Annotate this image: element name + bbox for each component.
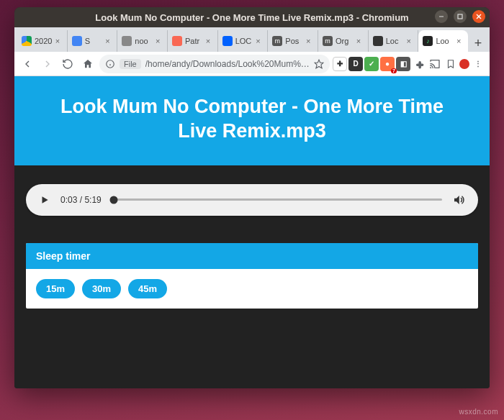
sleep-timer-card: Sleep timer 15m 30m 45m: [26, 243, 478, 309]
sleep-timer-15m[interactable]: 15m: [36, 279, 75, 298]
extension-icon[interactable]: D: [348, 57, 363, 71]
favicon-icon: m: [272, 36, 282, 46]
chromium-window: Look Mum No Computer - One More Time Liv…: [14, 7, 490, 388]
favicon-icon: ♪: [423, 36, 433, 46]
bookmarks-icon[interactable]: [444, 57, 458, 71]
favicon-icon: [122, 36, 132, 46]
tab-close-icon[interactable]: ×: [55, 37, 63, 45]
record-indicator-icon[interactable]: [459, 59, 469, 69]
tab-strip: 2020× S× noo× Patr× LOC× mPos× mOrg× Loc…: [14, 27, 490, 52]
svg-marker-7: [315, 60, 323, 68]
play-button[interactable]: [37, 193, 52, 207]
sleep-timer-45m[interactable]: 45m: [128, 279, 167, 298]
window-controls: [435, 10, 485, 23]
play-icon: [40, 195, 50, 205]
home-button[interactable]: [79, 55, 96, 73]
browser-toolbar: File /home/andy/Downloads/Look%20Mum%20N…: [14, 52, 490, 76]
favicon-icon: [373, 36, 383, 46]
tab-close-icon[interactable]: ×: [456, 37, 464, 45]
tab-6[interactable]: mOrg×: [318, 30, 369, 52]
audio-player-section: 0:03 / 5:19: [14, 165, 490, 243]
cast-icon[interactable]: [428, 57, 442, 71]
tab-close-icon[interactable]: ×: [256, 37, 263, 45]
window-titlebar: Look Mum No Computer - One More Time Liv…: [14, 7, 490, 27]
tab-4[interactable]: LOC×: [218, 30, 269, 52]
sleep-timer-options: 15m 30m 45m: [26, 269, 478, 309]
url-scheme-chip: File: [120, 59, 141, 69]
seek-handle[interactable]: [110, 196, 118, 204]
tab-8-active[interactable]: ♪Loo×: [418, 30, 468, 52]
extension-icon[interactable]: ✚: [333, 57, 347, 71]
close-button[interactable]: [472, 10, 485, 23]
tab-close-icon[interactable]: ×: [356, 37, 364, 45]
extension-icon[interactable]: ◧: [396, 57, 410, 71]
title-line-1: Look Mum No Computer - One More Time: [36, 95, 468, 119]
tab-close-icon[interactable]: ×: [156, 37, 163, 45]
info-icon: [105, 59, 115, 69]
forward-button[interactable]: [39, 55, 56, 73]
maximize-button[interactable]: [454, 10, 467, 23]
window-title: Look Mum No Computer - One More Time Liv…: [14, 12, 490, 23]
tab-close-icon[interactable]: ×: [306, 37, 313, 45]
extensions-area: ✚ D ✓ ●7 ◧ ⋮: [333, 57, 485, 71]
browser-menu-button[interactable]: ⋮: [471, 57, 485, 71]
sleep-timer-30m[interactable]: 30m: [82, 279, 121, 298]
extension-icon[interactable]: ✓: [364, 57, 379, 71]
page-title-banner: Look Mum No Computer - One More Time Liv…: [14, 76, 490, 165]
audio-player: 0:03 / 5:19: [26, 184, 478, 216]
sleep-timer-heading: Sleep timer: [26, 243, 478, 269]
svg-marker-8: [42, 196, 48, 203]
favicon-icon: m: [323, 36, 333, 46]
new-tab-button[interactable]: +: [469, 35, 487, 52]
url-text: /home/andy/Downloads/Look%20Mum%20No%2…: [145, 59, 310, 69]
playback-time: 0:03 / 5:19: [60, 195, 102, 205]
seek-slider[interactable]: [110, 198, 442, 201]
tab-2[interactable]: noo×: [117, 30, 168, 52]
tab-close-icon[interactable]: ×: [105, 37, 112, 45]
favicon-icon: [22, 36, 32, 46]
back-button[interactable]: [19, 55, 36, 73]
volume-icon: [452, 193, 465, 206]
watermark: wsxdn.com: [459, 408, 498, 416]
tab-5[interactable]: mPos×: [268, 30, 318, 52]
tab-3[interactable]: Patr×: [168, 30, 218, 52]
tab-close-icon[interactable]: ×: [406, 37, 413, 45]
title-line-2: Live Remix.mp3: [36, 119, 468, 144]
svg-rect-1: [458, 14, 462, 19]
volume-button[interactable]: [451, 192, 467, 208]
tab-1[interactable]: S×: [68, 30, 118, 52]
page-content: Look Mum No Computer - One More Time Liv…: [14, 76, 490, 388]
address-bar[interactable]: File /home/andy/Downloads/Look%20Mum%20N…: [99, 55, 330, 73]
favicon-icon: [72, 36, 82, 46]
favicon-icon: [222, 36, 233, 46]
tab-7[interactable]: Loc×: [369, 30, 419, 52]
reload-button[interactable]: [59, 55, 76, 73]
favicon-icon: [172, 36, 182, 46]
extensions-menu-icon[interactable]: [412, 57, 426, 71]
bookmark-star-icon[interactable]: [314, 59, 324, 69]
tab-close-icon[interactable]: ×: [206, 37, 213, 45]
tab-0[interactable]: 2020×: [17, 30, 68, 52]
minimize-button[interactable]: [435, 10, 448, 23]
extension-icon[interactable]: ●7: [380, 57, 395, 71]
